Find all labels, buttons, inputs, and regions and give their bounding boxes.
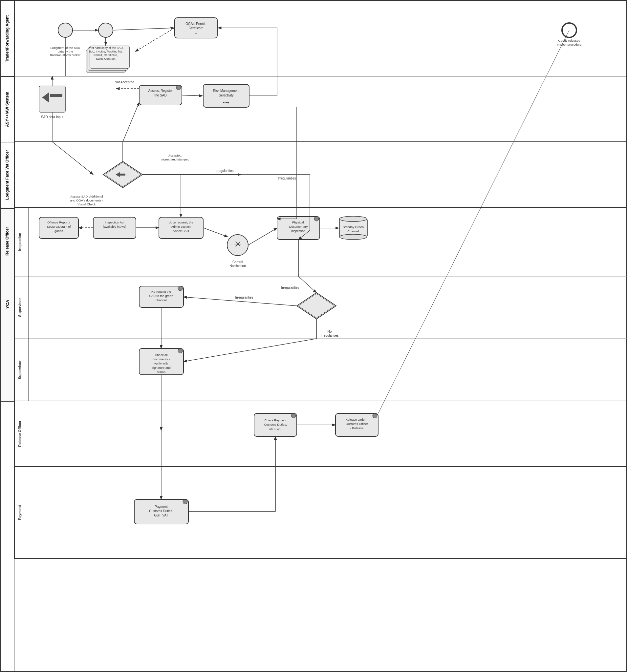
svg-text:Re-routing the: Re-routing the (151, 290, 171, 293)
arrow-oga-to-docs-dashed (135, 28, 175, 51)
svg-text:Offence Report /: Offence Report / (47, 220, 70, 224)
label-assess-sad-visual: Assess SAD, Additional (70, 195, 103, 198)
diamond-irregularities (297, 293, 336, 319)
sublane-label-payment: Payment (18, 505, 22, 520)
svg-text:signed and stamped: signed and stamped (161, 158, 189, 161)
svg-text:Customs Officer: Customs Officer (346, 422, 368, 426)
svg-text:Irregularities: Irregularities (320, 334, 339, 337)
arrow-to-irreg-diamond (298, 276, 317, 293)
svg-point-49 (340, 216, 367, 221)
lane-labels: Trader/Forwarding Agent ASY++/AW System … (1, 1, 15, 671)
label-accepted: Accepted, (168, 153, 182, 157)
label-irregularities2: Irregularities (281, 286, 299, 289)
svg-point-58 (178, 349, 183, 353)
lane-label-trader: Trader/Forwarding Agent (1, 1, 14, 76)
label-irregularities-top: Irregularities (278, 176, 296, 180)
svg-point-45 (314, 217, 319, 221)
arrow-no-irreg-to-check (184, 339, 317, 362)
svg-text:⦁⦁⦁+: ⦁⦁⦁+ (223, 100, 229, 105)
svg-text:Seizure/Detain of: Seizure/Detain of (47, 225, 71, 229)
arrow-to-oga (113, 28, 174, 30)
label-control-notification: Control (232, 260, 243, 264)
label-print-sad: Print hard copy of the SAD, (88, 46, 123, 50)
svg-text:stamp: stamp (157, 370, 165, 374)
svg-text:Impoer procedure: Impoer procedure (557, 43, 582, 46)
arrow-to-diamond (52, 142, 93, 174)
svg-text:✳: ✳ (234, 239, 241, 249)
svg-text:Inspection Act: Inspection Act (105, 220, 124, 224)
svg-text:Check all: Check all (155, 353, 167, 357)
arrow-control-to-physical (248, 228, 277, 245)
sublane-label-release: Release Officer (18, 420, 22, 447)
sad-data-input-doc (39, 86, 65, 112)
svg-point-64 (291, 413, 296, 418)
sublane-label-supervisor1: Supervisor (18, 298, 22, 317)
label-not-accepted: Not Accepted (115, 80, 134, 84)
lane-label-asy: ASY++/AW System (1, 76, 14, 142)
svg-text:Documentary: Documentary (289, 225, 308, 229)
diagram-border (15, 1, 627, 558)
main-diagram-svg: Inspection Supervisor Supervisor Release… (15, 1, 627, 657)
svg-text:(available in AW): (available in AW) (103, 225, 126, 229)
svg-text:and OGA's documents -: and OGA's documents - (70, 198, 103, 202)
circle-2 (98, 23, 113, 38)
svg-text:Check Payment: Check Payment (264, 418, 286, 422)
svg-rect-31 (120, 174, 125, 175)
start-circle (58, 23, 73, 38)
label-irregularities-arrow: Irregularities (235, 296, 253, 299)
arrow-assess-to-risk (182, 95, 203, 96)
svg-text:GST, VAT: GST, VAT (269, 427, 282, 431)
svg-text:the SAD: the SAD (154, 94, 166, 97)
svg-text:Permit, Certificate,: Permit, Certificate, (94, 53, 118, 57)
svg-text:Release Order –: Release Order – (345, 418, 368, 421)
svg-text:Customs Duties,: Customs Duties, (149, 509, 173, 513)
svg-text:Annex SAD: Annex SAD (173, 229, 189, 233)
svg-point-50 (340, 234, 367, 240)
arrow-release-to-goods (378, 30, 569, 413)
svg-text:GST, VAT: GST, VAT (154, 513, 168, 517)
svg-text:goods: goods (54, 229, 63, 233)
svg-text:Admin section: Admin section (171, 225, 191, 229)
svg-text:Visual Check: Visual Check (77, 202, 96, 206)
svg-text:Risk Management: Risk Management (213, 89, 240, 93)
svg-point-22 (176, 85, 181, 90)
svg-text:Payment: Payment (155, 505, 168, 509)
svg-text:Certificate: Certificate (188, 26, 203, 30)
svg-text:Sales Contract: Sales Contract (96, 57, 116, 61)
svg-text:Customs Duties,: Customs Duties, (264, 423, 287, 426)
svg-point-68 (373, 413, 377, 418)
svg-point-52 (178, 286, 183, 291)
svg-text:signature and: signature and (152, 366, 171, 369)
diagram-container: Trader/Forwarding Agent ASY++/AW System … (0, 0, 627, 672)
svg-text:documents -: documents - (153, 357, 170, 361)
lane-label-release: Release Officer (1, 208, 14, 274)
svg-text:verify with: verify with (154, 362, 168, 365)
svg-text:Channel: Channel (347, 230, 359, 233)
svg-text:Upon request, the: Upon request, the (168, 220, 193, 224)
svg-text:OGA's Permit,: OGA's Permit, (185, 22, 207, 26)
svg-text:Assess, Register: Assess, Register (148, 89, 173, 93)
label-no-irregularities: No (328, 330, 332, 333)
svg-text:BoL, Invoice, Packing list,: BoL, Invoice, Packing list, (89, 50, 123, 53)
svg-text:Selectivity: Selectivity (218, 94, 233, 97)
label-goods-released: Goods released (558, 39, 580, 42)
svg-text:- Release: - Release (350, 426, 364, 430)
svg-text:channel: channel (156, 298, 166, 302)
arrow-upon-to-control (203, 228, 228, 237)
svg-text:inspection: inspection (292, 229, 306, 233)
lane-label-lodgment: Lodgment Face Vet Officer (1, 142, 14, 207)
sublane-label-supervisor2: Supervisor (18, 360, 22, 379)
lanes-area: Inspection Supervisor Supervisor Release… (15, 1, 627, 671)
label-irregularities-lodgment: Irregularities (215, 169, 233, 173)
label-standby-green: Standby Green (343, 225, 364, 229)
svg-text:Physical,: Physical, (292, 220, 305, 224)
svg-point-72 (183, 499, 187, 504)
svg-text:SAD to the green: SAD to the green (149, 294, 173, 297)
arrow-to-assess-register (123, 102, 139, 142)
svg-rect-21 (50, 94, 62, 97)
svg-text:Notification: Notification (230, 264, 246, 268)
svg-text:+: + (195, 31, 197, 36)
sublane-label-inspection: Inspection (18, 233, 22, 251)
